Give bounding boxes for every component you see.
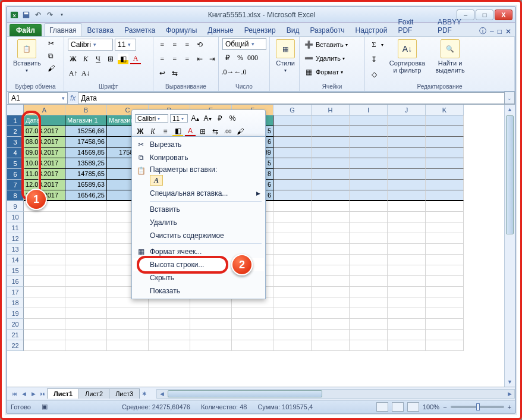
formula-expand-icon[interactable]: ⌄	[504, 92, 515, 104]
cell[interactable]: Дата	[24, 115, 65, 126]
grow-font-button[interactable]: A↑	[68, 68, 78, 79]
insert-cells-icon[interactable]: ➕	[303, 39, 314, 50]
horizontal-scrollbar[interactable]: ◀ ▶	[156, 389, 515, 399]
cell[interactable]	[350, 340, 388, 351]
mini-italic-button[interactable]: К	[147, 126, 158, 137]
cell[interactable]	[65, 340, 107, 351]
cell[interactable]	[312, 212, 350, 222]
insert-cells-button[interactable]: Вставить	[316, 41, 344, 48]
mini-percent-button[interactable]: %	[227, 113, 238, 124]
tab-formulas[interactable]: Формулы	[161, 23, 202, 36]
zoom-in-button[interactable]: +	[508, 403, 511, 410]
font-size-combo[interactable]: 11	[115, 39, 136, 51]
percent-button[interactable]: %	[235, 52, 246, 63]
cell[interactable]	[273, 233, 312, 244]
cell[interactable]	[388, 287, 426, 297]
page-layout-view-button[interactable]	[392, 402, 404, 412]
zoom-value[interactable]: 100%	[423, 403, 439, 410]
cell[interactable]	[65, 201, 107, 212]
cell[interactable]	[388, 244, 426, 255]
tab-view[interactable]: Вид	[281, 23, 305, 36]
cell[interactable]	[388, 115, 426, 126]
sheet-nav-prev-icon[interactable]: ◀	[19, 389, 29, 399]
cell[interactable]: 16546,25	[65, 190, 107, 201]
cell[interactable]	[426, 148, 464, 158]
indent-inc-button[interactable]: ⇥	[207, 54, 218, 64]
menu-show[interactable]: Показать	[133, 284, 264, 297]
row-header[interactable]: 21	[7, 330, 24, 340]
cell[interactable]	[312, 297, 350, 308]
column-header[interactable]: H	[312, 105, 350, 115]
cell[interactable]	[312, 180, 350, 190]
cell[interactable]	[24, 308, 65, 319]
cell[interactable]	[312, 244, 350, 255]
menu-copy[interactable]: ⧉Копировать	[133, 151, 264, 164]
cell[interactable]	[273, 244, 312, 255]
format-cells-button[interactable]: Формат	[316, 68, 339, 76]
cell[interactable]: 13589,25	[65, 158, 107, 169]
mini-shrink-font-button[interactable]: A▾	[202, 113, 213, 124]
cell[interactable]	[426, 297, 464, 308]
cell[interactable]	[350, 222, 388, 233]
cell[interactable]	[190, 319, 232, 330]
cell[interactable]	[149, 319, 190, 330]
cell[interactable]	[65, 255, 107, 265]
cell[interactable]	[24, 330, 65, 340]
tab-addins[interactable]: Надстрой	[350, 23, 392, 36]
menu-paste-options[interactable]: 📋 Параметры вставки: А	[133, 164, 264, 187]
cell[interactable]	[24, 276, 65, 287]
cell[interactable]	[190, 330, 232, 340]
cell[interactable]	[350, 265, 388, 276]
close-button[interactable]: X	[495, 10, 512, 20]
row-header[interactable]: 15	[7, 265, 24, 276]
vertical-scrollbar[interactable]: ▲ ▼	[504, 105, 515, 387]
cell[interactable]	[273, 297, 312, 308]
tab-layout[interactable]: Разметка	[119, 23, 161, 36]
cell[interactable]: 14785,65	[65, 169, 107, 180]
cell[interactable]	[312, 126, 350, 137]
fill-color-button[interactable]: ◧	[118, 54, 128, 64]
cell[interactable]	[65, 319, 107, 330]
menu-cut[interactable]: ✂Вырезать	[133, 138, 264, 151]
cell[interactable]	[426, 169, 464, 180]
cell[interactable]	[350, 158, 388, 169]
cell[interactable]	[388, 169, 426, 180]
cell[interactable]	[312, 319, 350, 330]
styles-button[interactable]: ▦ Стили ▾	[273, 38, 297, 74]
menu-insert[interactable]: Вставить	[133, 203, 264, 216]
bold-button[interactable]: Ж	[68, 54, 78, 64]
column-header[interactable]: G	[273, 105, 312, 115]
cell[interactable]	[24, 244, 65, 255]
cell[interactable]	[107, 340, 149, 351]
mini-comma-button[interactable]: .00	[222, 126, 233, 137]
italic-button[interactable]: К	[80, 54, 91, 64]
shrink-font-button[interactable]: A↓	[80, 68, 91, 79]
cell[interactable]	[273, 201, 312, 212]
cell[interactable]	[273, 169, 312, 180]
cell[interactable]	[388, 158, 426, 169]
cut-icon[interactable]: ✂	[46, 38, 56, 49]
cell[interactable]: 09.03.2017	[24, 148, 65, 158]
dec-decimal-button[interactable]: ←.0	[235, 67, 246, 77]
align-center-button[interactable]: ≡	[169, 54, 180, 64]
tab-developer[interactable]: Разработч	[304, 23, 350, 36]
cell[interactable]	[312, 137, 350, 148]
tab-home[interactable]: Главная	[44, 23, 82, 36]
cell[interactable]	[388, 308, 426, 319]
paste-button[interactable]: 📋 Вставить ▾	[11, 38, 43, 74]
cell[interactable]	[350, 169, 388, 180]
comma-button[interactable]: 000	[247, 52, 258, 63]
ribbon-help-icon[interactable]: ⓘ	[479, 26, 486, 36]
cell[interactable]	[273, 255, 312, 265]
new-sheet-icon[interactable]: ✱	[140, 389, 149, 399]
row-header[interactable]: 13	[7, 244, 24, 255]
cell[interactable]	[388, 340, 426, 351]
cell[interactable]	[24, 297, 65, 308]
cell[interactable]	[24, 233, 65, 244]
cell[interactable]	[350, 319, 388, 330]
delete-cells-icon[interactable]: ➖	[303, 53, 314, 64]
sheet-tab-3[interactable]: Лист3	[109, 388, 140, 399]
menu-delete[interactable]: Удалить	[133, 216, 264, 229]
cell[interactable]	[273, 115, 312, 126]
row-header[interactable]: 17	[7, 287, 24, 297]
